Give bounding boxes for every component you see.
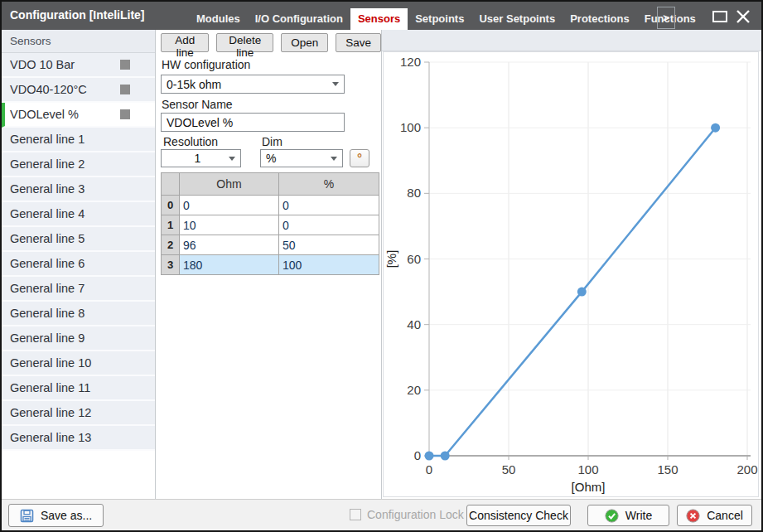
x-tick-label: 200 <box>736 462 757 476</box>
main-tab-bar: ModulesI/O ConfigurationSensorsSetpoints… <box>189 2 703 30</box>
dim-label: Dim <box>262 135 283 148</box>
x-tick-label: 100 <box>577 462 598 476</box>
sidebar-item-vdo40-120-c[interactable]: VDO40-120°C <box>2 78 155 103</box>
degree-unit-button[interactable]: ° <box>350 149 369 167</box>
cell-ohm[interactable]: 0 <box>180 196 279 215</box>
sidebar-item-label: VDO40-120°C <box>10 83 120 96</box>
table-row: 3180100 <box>162 255 379 275</box>
dim-select[interactable]: % <box>260 149 343 167</box>
sidebar-item-label: General line 1 <box>10 133 155 146</box>
tab-i-o-configuration[interactable]: I/O Configuration <box>248 8 350 30</box>
sidebar-item-label: General line 6 <box>10 257 155 270</box>
dim-value: % <box>266 152 276 165</box>
sidebar-item-label: General line 5 <box>10 232 155 245</box>
resolution-value: 1 <box>167 152 229 165</box>
consistency-check-button[interactable]: Consistency Check <box>466 505 571 526</box>
tab-user-setpoints[interactable]: User Setpoints <box>471 8 563 30</box>
save-button[interactable]: Save <box>336 33 381 52</box>
chart-top-strip <box>382 30 761 51</box>
tab-setpoints[interactable]: Setpoints <box>408 8 471 30</box>
tab-sensors[interactable]: Sensors <box>350 8 408 30</box>
y-tick-label: 120 <box>400 55 421 69</box>
sidebar-item-general-line-11[interactable]: General line 11 <box>2 376 155 401</box>
open-button[interactable]: Open <box>281 33 328 52</box>
data-point-marker[interactable] <box>425 452 434 461</box>
y-axis-label: [%] <box>384 250 398 268</box>
bottom-bar: Save as... Configuration Lock Consistenc… <box>2 499 761 530</box>
sidebar-item-general-line-1[interactable]: General line 1 <box>2 128 155 152</box>
table-row: 1100 <box>162 215 379 235</box>
column-header-: % <box>279 173 379 196</box>
resolution-label: Resolution <box>163 135 218 148</box>
sidebar-item-label: VDOLevel % <box>10 108 120 121</box>
data-point-marker[interactable] <box>441 452 450 461</box>
tab-modules[interactable]: Modules <box>189 8 248 30</box>
cancel-button[interactable]: Cancel <box>677 505 752 526</box>
cancel-x-icon <box>686 509 700 523</box>
y-tick-label: 80 <box>407 186 421 200</box>
chevron-down-icon <box>331 157 337 161</box>
sidebar-item-general-line-8[interactable]: General line 8 <box>2 302 155 326</box>
delete-line-button[interactable]: Delete line <box>216 33 273 52</box>
save-as-button[interactable]: Save as... <box>8 504 104 527</box>
sidebar-item-vdolevel[interactable]: VDOLevel % <box>2 103 155 128</box>
add-line-button[interactable]: Add line <box>161 33 209 52</box>
write-button[interactable]: Write <box>587 505 669 526</box>
sidebar-item-general-line-2[interactable]: General line 2 <box>2 152 155 177</box>
sidebar-item-vdo-10-bar[interactable]: VDO 10 Bar <box>2 53 155 78</box>
sensor-list: VDO 10 BarVDO40-120°CVDOLevel %General l… <box>2 53 155 451</box>
cell-[interactable]: 0 <box>279 215 379 235</box>
tab-protections[interactable]: Protections <box>563 8 637 30</box>
sensors-sidebar: Sensors VDO 10 BarVDO40-120°CVDOLevel %G… <box>2 30 156 499</box>
app-window: Configuration [InteliLite] ModulesI/O Co… <box>0 0 763 532</box>
cell-[interactable]: 0 <box>279 196 379 215</box>
sidebar-item-general-line-7[interactable]: General line 7 <box>2 277 155 302</box>
configuration-lock-checkbox[interactable] <box>350 509 361 520</box>
sidebar-header: Sensors <box>2 30 155 53</box>
sidebar-item-general-line-5[interactable]: General line 5 <box>2 227 155 252</box>
sidebar-item-general-line-9[interactable]: General line 9 <box>2 326 155 351</box>
sensor-name-label: Sensor Name <box>162 98 233 111</box>
window-title: Configuration [InteliLite] <box>10 8 145 22</box>
row-index: 0 <box>162 196 180 215</box>
sidebar-item-label: General line 7 <box>10 282 155 295</box>
sidebar-item-general-line-12[interactable]: General line 12 <box>2 401 155 426</box>
sidebar-item-label: General line 3 <box>10 182 155 196</box>
x-tick-label: 150 <box>657 462 678 476</box>
x-axis-label: [Ohm] <box>572 480 606 494</box>
consistency-check-label: Consistency Check <box>469 509 568 522</box>
y-tick-label: 60 <box>407 252 421 266</box>
row-index: 1 <box>162 215 180 235</box>
row-index: 2 <box>162 235 180 255</box>
cell-ohm[interactable]: 10 <box>180 215 279 235</box>
sidebar-item-general-line-10[interactable]: General line 10 <box>2 351 155 376</box>
sensor-status-square-icon <box>120 109 130 119</box>
data-point-marker[interactable] <box>577 288 587 297</box>
data-point-marker[interactable] <box>711 123 720 133</box>
sidebar-item-label: General line 8 <box>10 307 155 320</box>
write-check-icon <box>605 509 619 523</box>
maximize-icon[interactable] <box>712 11 727 22</box>
resolution-select[interactable]: 1 <box>161 149 241 167</box>
sidebar-item-general-line-13[interactable]: General line 13 <box>2 426 155 451</box>
sidebar-item-general-line-3[interactable]: General line 3 <box>2 177 155 202</box>
x-tick-label: 0 <box>426 462 432 476</box>
cell-[interactable]: 100 <box>279 255 379 275</box>
close-icon[interactable] <box>734 7 752 26</box>
column-header-ohm: Ohm <box>180 173 279 196</box>
series-line <box>429 128 716 456</box>
tab-overflow-button[interactable]: > <box>657 7 675 29</box>
write-label: Write <box>625 509 652 522</box>
cell-ohm[interactable]: 96 <box>180 235 279 255</box>
sidebar-item-general-line-4[interactable]: General line 4 <box>2 202 155 227</box>
table-row: 29650 <box>162 235 379 255</box>
chevron-down-icon <box>332 82 339 86</box>
sidebar-item-general-line-6[interactable]: General line 6 <box>2 252 155 277</box>
sensor-name-value: VDOLevel % <box>167 116 233 129</box>
cell-[interactable]: 50 <box>279 235 379 255</box>
configuration-lock-field: Configuration Lock <box>350 508 464 521</box>
sensor-name-input[interactable]: VDOLevel % <box>161 113 345 132</box>
table-row: 000 <box>162 196 379 215</box>
cell-ohm[interactable]: 180 <box>180 255 279 275</box>
hw-configuration-select[interactable]: 0-15k ohm <box>161 75 345 94</box>
